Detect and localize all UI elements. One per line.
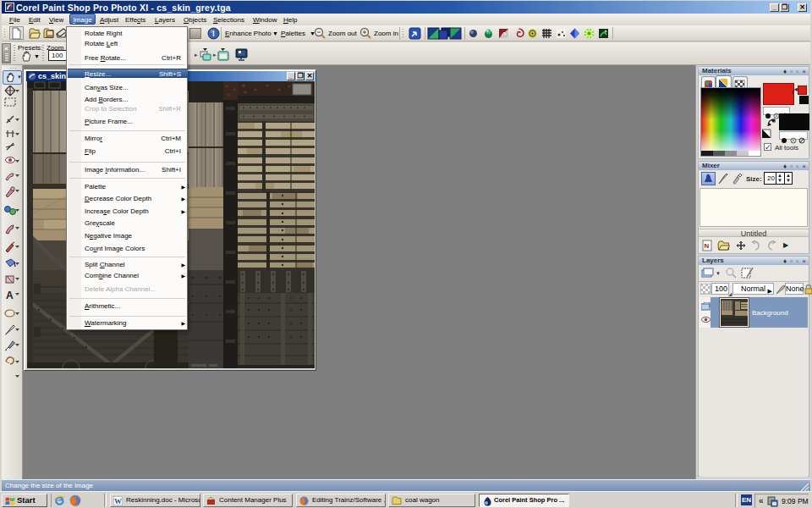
svg-text:W: W <box>114 497 122 505</box>
svg-text:N: N <box>705 242 710 250</box>
svg-text:A: A <box>6 290 14 301</box>
